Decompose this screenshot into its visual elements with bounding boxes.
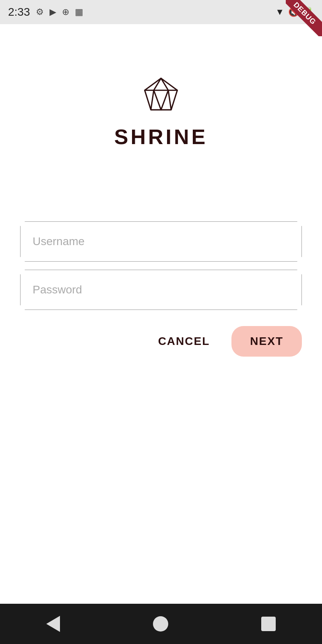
back-icon	[46, 616, 60, 632]
svg-marker-1	[154, 78, 168, 110]
nav-bar	[0, 604, 322, 644]
buttons-row: CANCEL NEXT	[20, 326, 302, 357]
app-title: SHRINE	[114, 125, 208, 149]
gear-icon: ⚙	[36, 7, 44, 17]
wifi-icon: ▼	[275, 7, 284, 17]
username-input[interactable]	[20, 221, 302, 262]
play-icon: ▶	[50, 7, 56, 17]
logo-section: SHRINE	[114, 76, 208, 149]
debug-label: DEBUG	[286, 0, 322, 36]
svg-line-3	[151, 90, 154, 110]
main-content: SHRINE CANCEL NEXT	[0, 24, 322, 604]
status-time: 2:33	[8, 6, 30, 19]
next-button[interactable]: NEXT	[231, 326, 302, 357]
back-button[interactable]	[30, 612, 76, 636]
svg-line-4	[168, 90, 171, 110]
recent-icon	[261, 617, 276, 631]
recent-button[interactable]	[245, 613, 292, 635]
sim-icon: ▦	[75, 7, 83, 17]
status-left: 2:33 ⚙ ▶ ⊕ ▦	[8, 6, 83, 19]
debug-banner: DEBUG	[286, 0, 322, 36]
diamond-icon	[143, 76, 179, 113]
form-section: CANCEL NEXT	[20, 221, 302, 357]
svg-marker-0	[144, 78, 177, 110]
at-icon: ⊕	[62, 7, 69, 17]
password-wrapper	[20, 270, 302, 310]
home-icon	[153, 616, 168, 632]
home-button[interactable]	[137, 612, 184, 636]
cancel-button[interactable]: CANCEL	[149, 327, 220, 356]
status-bar: 2:33 ⚙ ▶ ⊕ ▦ ▼ 🔇 🔋	[0, 0, 322, 24]
username-wrapper	[20, 221, 302, 262]
password-input[interactable]	[20, 270, 302, 310]
